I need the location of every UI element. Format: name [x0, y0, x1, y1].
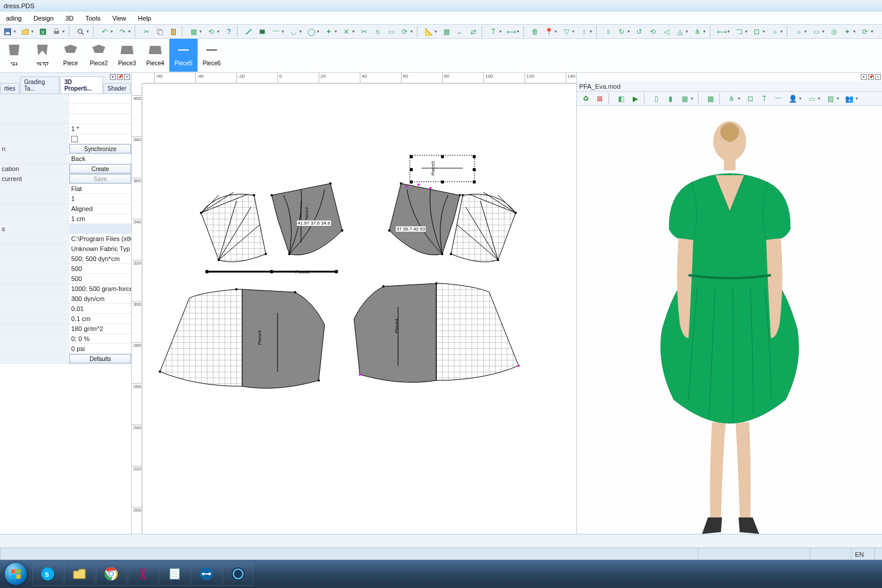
tab-3d-properties[interactable]: 3D Properti...: [60, 76, 102, 93]
taskbar-teamviewer[interactable]: [191, 562, 222, 586]
circle-tool-icon[interactable]: ◯: [305, 26, 318, 38]
ext4-icon[interactable]: ⟐: [768, 26, 781, 38]
property-value[interactable]: 300 dyn/cm: [69, 294, 131, 303]
curve-tool-icon[interactable]: 〰: [269, 26, 282, 38]
selection-handle[interactable]: [473, 155, 476, 158]
walk-icon[interactable]: ↻: [615, 26, 628, 38]
texture-icon[interactable]: ▩: [704, 93, 717, 105]
ribbon-piece-back[interactable]: גבי: [0, 39, 28, 72]
zoom-icon[interactable]: [74, 26, 87, 38]
property-value[interactable]: Unknown Fabric Typ: [69, 244, 131, 253]
save-icon[interactable]: [1, 26, 14, 38]
scissors-tool-icon[interactable]: ✂: [358, 26, 370, 38]
property-value[interactable]: 500: [69, 264, 131, 273]
trace-tool-icon[interactable]: ▭: [385, 26, 397, 38]
ribbon-piece6[interactable]: Piece6: [198, 39, 226, 72]
rect-tool-icon[interactable]: [256, 26, 269, 38]
stop-sim-icon[interactable]: ⊠: [593, 93, 606, 105]
selection-handle[interactable]: [410, 155, 413, 158]
screen-icon[interactable]: ▭: [805, 93, 818, 105]
arc-tool-icon[interactable]: ◡: [287, 26, 300, 38]
cut-icon[interactable]: ✂: [140, 26, 153, 38]
mirror-icon[interactable]: ⇄: [467, 26, 480, 38]
tab-shader[interactable]: Shader: [103, 83, 131, 93]
copy-icon[interactable]: [153, 26, 166, 38]
camera-icon[interactable]: ⊡: [744, 93, 757, 105]
pin-panel-icon[interactable]: ▾: [110, 74, 116, 80]
property-button[interactable]: Create: [69, 164, 131, 173]
property-value[interactable]: 0.01: [69, 304, 131, 313]
ext7-icon[interactable]: ◎: [827, 26, 840, 38]
taskbar-notepad[interactable]: [159, 562, 190, 586]
view-grid-icon[interactable]: ▦: [678, 93, 691, 105]
fold-icon[interactable]: ⟲: [646, 26, 659, 38]
undo-icon[interactable]: ↶: [98, 26, 111, 38]
selection-handle[interactable]: [410, 181, 413, 183]
property-value[interactable]: Flat: [69, 184, 131, 193]
line-tool-icon[interactable]: [242, 26, 255, 38]
pleat-icon[interactable]: ◁: [660, 26, 673, 38]
rotate-tool-icon[interactable]: ⟳: [398, 26, 411, 38]
taskbar-app-pds[interactable]: [128, 562, 158, 586]
property-value[interactable]: Aligned: [69, 204, 131, 213]
intersect-tool-icon[interactable]: ✕: [340, 26, 353, 38]
selection-handle[interactable]: [410, 168, 413, 171]
property-value[interactable]: 1: [69, 194, 131, 203]
property-button[interactable]: Defaults: [69, 354, 131, 363]
measure-icon[interactable]: 📐: [422, 26, 435, 38]
menu-design[interactable]: Design: [28, 13, 59, 24]
tab-grading[interactable]: Grading Ta...: [20, 76, 60, 93]
recycle-icon[interactable]: ♻: [579, 93, 592, 105]
point-tool-icon[interactable]: ✦: [322, 26, 335, 38]
seam-icon[interactable]: ⫴: [602, 26, 614, 38]
taskbar-explorer[interactable]: [64, 562, 95, 586]
users-icon[interactable]: 👥: [843, 93, 856, 105]
property-value[interactable]: Back: [69, 154, 131, 163]
view-side-icon[interactable]: ▮: [664, 93, 677, 105]
ext2-icon[interactable]: ⫎: [733, 26, 746, 38]
frame-back-icon[interactable]: ◧: [614, 93, 627, 105]
pin-icon[interactable]: 📍: [542, 26, 555, 38]
grainline-icon[interactable]: ↕: [577, 26, 590, 38]
delete-icon[interactable]: 🗑: [529, 26, 542, 38]
menu-tools[interactable]: Tools: [79, 13, 106, 24]
text3d-icon[interactable]: T: [758, 93, 771, 105]
property-value[interactable]: 500; 500 dyn*cm: [69, 254, 131, 263]
property-button[interactable]: Synchronize: [69, 144, 131, 153]
tool-b-icon[interactable]: ⟲: [205, 26, 218, 38]
align-icon[interactable]: ⫠: [453, 26, 466, 38]
pin-panel-icon[interactable]: ▾: [861, 74, 867, 80]
ext9-icon[interactable]: ⟳: [858, 26, 871, 38]
help-icon[interactable]: ?: [222, 26, 235, 38]
paste-icon[interactable]: [167, 26, 180, 38]
menu-view[interactable]: View: [106, 13, 132, 24]
selection-handle[interactable]: [473, 181, 476, 183]
property-value[interactable]: 1 *: [69, 124, 131, 133]
selection-handle[interactable]: [473, 168, 476, 171]
print-icon[interactable]: [50, 26, 63, 38]
ext3-icon[interactable]: ⊡: [750, 26, 763, 38]
taskbar-skype[interactable]: S: [32, 562, 63, 586]
texture2-icon[interactable]: ▨: [824, 93, 837, 105]
menu-grading[interactable]: ading: [0, 13, 28, 24]
pushpin-icon[interactable]: 📌: [868, 74, 874, 80]
avatar-pose-icon[interactable]: ⋔: [725, 93, 738, 105]
pushpin-icon[interactable]: 📌: [117, 74, 123, 80]
property-value[interactable]: 0; 0 %: [69, 334, 131, 343]
property-value[interactable]: 500: [69, 274, 131, 283]
property-value[interactable]: 1000; 500 gram-force: [69, 284, 131, 293]
ribbon-piece[interactable]: Piece: [56, 39, 85, 72]
selection-handle[interactable]: [441, 155, 444, 158]
property-checkbox[interactable]: [71, 136, 78, 142]
selection-handle[interactable]: [441, 181, 444, 183]
start-button[interactable]: [0, 560, 32, 588]
ribbon-piece-front[interactable]: קדמי: [28, 39, 56, 72]
3d-viewport[interactable]: [577, 106, 882, 560]
dart-icon[interactable]: ◬: [673, 26, 686, 38]
break-tool-icon[interactable]: ⎋: [371, 26, 384, 38]
property-value[interactable]: 180 gr/m^2: [69, 324, 131, 333]
close-panel-icon[interactable]: ×: [124, 74, 130, 80]
menu-3d[interactable]: 3D: [59, 13, 79, 24]
grid-m-icon[interactable]: ▦: [440, 26, 453, 38]
close-panel-icon[interactable]: ×: [875, 74, 881, 80]
